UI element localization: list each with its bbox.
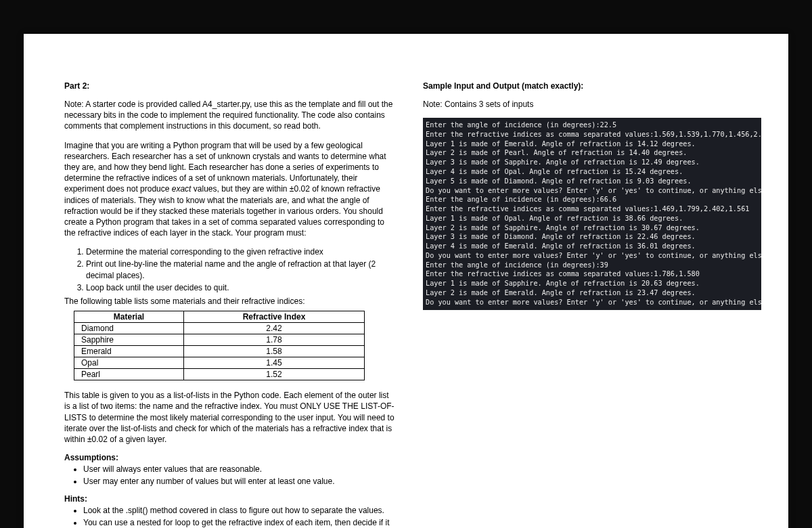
document-page: Part 2: Note: A starter code is provided… (24, 34, 788, 528)
part-heading: Part 2: (64, 81, 396, 91)
list-item: Print out line-by-line the material name… (86, 259, 396, 280)
material-table: Material Refractive Index Diamond 2.42 S… (74, 311, 365, 380)
list-item: You can use a nested for loop to get the… (83, 517, 396, 528)
table-row: Sapphire 1.78 (74, 334, 365, 346)
table-intro: The following table lists some materials… (64, 296, 396, 307)
mat-val: 1.45 (184, 357, 365, 369)
hint-text: You can use a nested for loop to get the… (83, 518, 390, 528)
list-item: User will always enter values that are r… (83, 464, 396, 475)
list-item: Determine the material corresponding to … (86, 246, 396, 257)
mat-name: Pearl (74, 369, 184, 380)
table-header-row: Material Refractive Index (74, 311, 365, 323)
mat-name: Sapphire (74, 334, 184, 346)
mat-val: 1.52 (184, 369, 365, 380)
assumptions-list: User will always enter values that are r… (64, 464, 396, 487)
scenario-paragraph: Imagine that you are writing a Python pr… (64, 140, 396, 239)
mat-val: 1.58 (184, 346, 365, 357)
terminal-output: Enter the angle of incidence (in degrees… (423, 118, 761, 309)
table-row: Opal 1.45 (74, 357, 365, 369)
sample-io-note: Note: Contains 3 sets of inputs (423, 99, 761, 110)
sample-io-heading: Sample Input and Output (match exactly): (423, 81, 761, 91)
mat-name: Emerald (74, 346, 184, 357)
pdf-viewer-topbar (0, 0, 812, 22)
starter-note: Note: A starter code is provided called … (64, 99, 396, 132)
col-header-index: Refractive Index (184, 311, 365, 323)
mat-name: Diamond (74, 323, 184, 334)
mat-val: 1.78 (184, 334, 365, 346)
hints-list: Look at the .split() method covered in c… (64, 505, 396, 529)
assumptions-heading: Assumptions: (64, 453, 396, 462)
list-item: Loop back until the user decides to quit… (86, 282, 396, 293)
list-item: Look at the .split() method covered in c… (83, 505, 396, 516)
col-header-material: Material (74, 311, 184, 323)
hints-heading: Hints: (64, 494, 396, 504)
mat-name: Opal (74, 357, 184, 369)
mat-val: 2.42 (184, 323, 365, 334)
left-column: Part 2: Note: A starter code is provided… (64, 81, 396, 528)
right-column: Sample Input and Output (match exactly):… (423, 81, 761, 528)
requirements-list: Determine the material corresponding to … (64, 246, 396, 293)
exact-word: exact (172, 184, 191, 194)
after-table-paragraph: This table is given to you as a list-of-… (64, 390, 396, 445)
assumptions-label-text: Assumptions (64, 453, 116, 462)
table-row: Diamond 2.42 (74, 323, 365, 334)
list-item: User may enter any number of values but … (83, 476, 396, 487)
table-row: Emerald 1.58 (74, 346, 365, 357)
table-row: Pearl 1.52 (74, 369, 365, 380)
